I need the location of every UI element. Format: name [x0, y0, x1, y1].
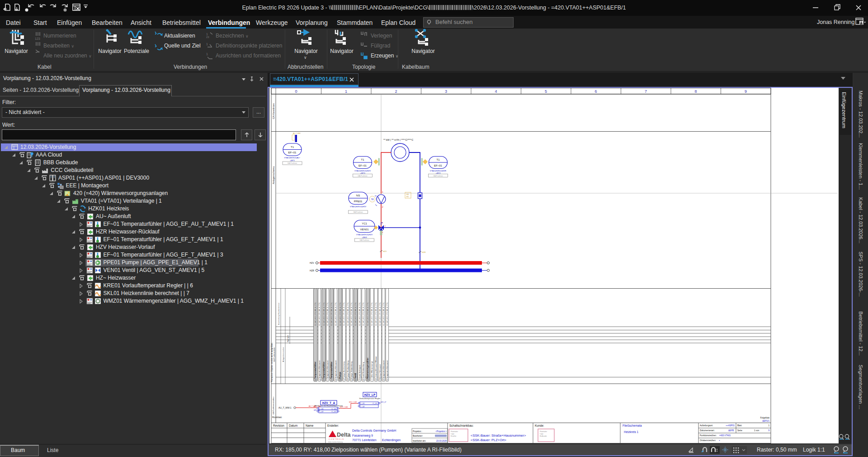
- svg-text:=420.VTA01: =420.VTA01: [719, 434, 731, 437]
- svg-text:23: 23: [206, 36, 209, 38]
- svg-text:9: 9: [745, 89, 747, 94]
- svg-text:5: 5: [545, 89, 547, 94]
- svg-text:BS: BS: [406, 196, 409, 198]
- svg-text:Aufteilungsort:: Aufteilungsort:: [700, 424, 713, 427]
- svg-text:2: 2: [382, 206, 383, 208]
- svg-text:++ASP01: ++ASP01: [726, 424, 735, 427]
- svg-text:HZ_BAC_AGG_GFR_MW_AI_CTRL: HZ_BAC_AGG_GFR_MW_AI_CTRL: [315, 302, 316, 326]
- svg-text:GA-Funktion: GA-Funktion: [359, 239, 369, 241]
- svg-text:Temperatur Messwert: Temperatur Messwert: [318, 360, 321, 379]
- svg-text:1: 1: [206, 33, 208, 36]
- svg-text:2: 2: [395, 89, 397, 94]
- svg-text:1: 1: [382, 222, 383, 224]
- svg-text:&EFB: &EFB: [728, 429, 734, 432]
- svg-text:7: 7: [645, 89, 647, 94]
- svg-text:Ventil: Ventil: [354, 373, 357, 379]
- svg-text:CONTROLS: CONTROLS: [329, 438, 344, 440]
- svg-text:Menge Messwert: Menge Messwert: [379, 364, 381, 379]
- svg-text:O_01: O_01: [373, 402, 377, 405]
- svg-text:Name: Name: [306, 424, 314, 427]
- svg-text:HZR: HZR: [310, 270, 314, 272]
- svg-text:Revision: Revision: [273, 424, 284, 427]
- svg-text:18: 18: [375, 379, 377, 381]
- svg-text:Pumpe: Pumpe: [339, 371, 341, 379]
- svg-text:HZ_BAC_AGG_GFR_MW_AI_CTRL: HZ_BAC_AGG_GFR_MW_AI_CTRL: [367, 302, 369, 326]
- svg-text:Platzhalter: Platzhalter: [540, 431, 547, 433]
- svg-text:23.03.2026: 23.03.2026: [436, 440, 447, 442]
- svg-text:EF~01: EF~01: [359, 164, 367, 167]
- svg-text:HZR: HZR: [422, 251, 426, 253]
- svg-text:Leistung Messwert Wärme: Leistung Messwert Wärme: [375, 356, 377, 379]
- svg-text:26: 26: [379, 379, 381, 381]
- svg-text:9: 9: [331, 379, 332, 381]
- svg-text:HZ_BAC_AGG_GFR_MW_AI_CTRL: HZ_BAC_AGG_GFR_MW_AI_CTRL: [347, 302, 349, 326]
- svg-text:HZ_BAC_AGG_GFR_MW_AI_CTRL: HZ_BAC_AGG_GFR_MW_AI_CTRL: [343, 302, 345, 326]
- svg-text:bearbeitet am:: bearbeitet am:: [413, 440, 426, 442]
- svg-text:46: 46: [347, 379, 349, 381]
- svg-text:4: 4: [495, 89, 497, 94]
- svg-text:6: 6: [594, 89, 597, 94]
- svg-text:VTA01|HZK01|HZV: VTA01|HZK01|HZV: [356, 233, 373, 236]
- svg-text:** kW | ** m³/h | ***°C/***°C: ** kW | ** m³/h | ***°C/***°C: [383, 138, 413, 141]
- svg-text:HZ_BAC_AGG_GFR_MW_AI_CTRL: HZ_BAC_AGG_GFR_MW_AI_CTRL: [371, 302, 373, 326]
- svg-text:Ventil Stellsignal: Ventil Stellsignal: [359, 365, 361, 379]
- svg-text:<Projektnr.>: <Projektnr.>: [435, 430, 447, 433]
- svg-text:HZ_BAC_AGG_GFR_MW_AI_CTRL: HZ_BAC_AGG_GFR_MW_AI_CTRL: [387, 302, 388, 326]
- svg-text:GA-Funktion: GA-Funktion: [353, 211, 363, 213]
- svg-text:Aggregate: Aggregate: [287, 335, 289, 342]
- svg-text:I_01: I_01: [361, 402, 365, 405]
- svg-text:Temperaturfühler: Temperaturfühler: [314, 362, 316, 379]
- svg-text:Beschreibung Raumfunktionen: Beschreibung Raumfunktionen: [278, 303, 280, 325]
- svg-text:GA-Funktion: GA-Funktion: [288, 162, 297, 164]
- svg-text:AU_T_MW: AU_T_MW: [314, 406, 321, 408]
- svg-text:+: +: [719, 439, 720, 442]
- svg-text:VTA01|HZK01|HZV: VTA01|HZK01|HZV: [354, 170, 371, 172]
- svg-text:Ersteller: Ersteller: [451, 435, 457, 437]
- svg-text:80: 80: [363, 379, 364, 381]
- svg-text:GA Funktionsliste: GA Funktionsliste: [273, 347, 275, 362]
- svg-text:Delta: Delta: [337, 432, 351, 438]
- svg-text:AU_T_MW:1: AU_T_MW:1: [278, 406, 292, 409]
- svg-text:Projektnr.:: Projektnr.:: [413, 430, 422, 433]
- svg-text:Delta Controls Germany: Delta Controls Germany: [328, 441, 343, 443]
- svg-text:71: 71: [359, 379, 360, 381]
- svg-text:HZV_LP: HZV_LP: [364, 393, 376, 396]
- svg-text:Seite:: Seite:: [737, 429, 743, 432]
- svg-text:HZ_BAC_AGG_GFR_MW_AI_CTRL: HZ_BAC_AGG_GFR_MW_AI_CTRL: [319, 302, 321, 326]
- svg-text:NS: NS: [356, 194, 360, 197]
- svg-text:HZ_BAC_AGG_GFR_MW_AI_CTRL: HZ_BAC_AGG_GFR_MW_AI_CTRL: [335, 302, 337, 326]
- svg-text:<SSK-Bauer: PLZ+Ort>: <SSK-Bauer: PLZ+Ort>: [471, 438, 507, 442]
- svg-text:SPR_RM: SPR_RM: [314, 409, 320, 411]
- svg-text:VTA01|HZK01|HZV: VTA01|HZK01|HZV: [350, 205, 366, 208]
- svg-text:HZV_T_SW: HZV_T_SW: [340, 406, 348, 408]
- svg-text:43: 43: [386, 379, 388, 381]
- svg-text:Platzhalter: Platzhalter: [451, 431, 458, 433]
- svg-text:EF~01: EF~01: [434, 164, 443, 167]
- svg-text:PPE01: PPE01: [354, 200, 363, 203]
- svg-text:GA-Funktion: GA-Funktion: [358, 175, 367, 177]
- svg-text:T1: T1: [436, 158, 440, 161]
- svg-text:O_02: O_02: [331, 410, 336, 413]
- svg-text:Kunde:: Kunde:: [535, 424, 544, 427]
- svg-text:Dokumentenart:: Dokumentenart:: [700, 429, 715, 432]
- svg-text:S1: S1: [371, 198, 374, 200]
- svg-text:HZV_T_SW: HZV_T_SW: [349, 401, 357, 403]
- svg-text:HZ_BAC_AGG_GFR_MW_AI_CTRL: HZ_BAC_AGG_GFR_MW_AI_CTRL: [379, 302, 381, 326]
- svg-text:Echterdingen: Echterdingen: [382, 438, 401, 442]
- svg-text:8: 8: [694, 89, 697, 94]
- svg-text:1: 1: [768, 424, 769, 427]
- svg-text:Datum: Datum: [289, 424, 297, 427]
- svg-text:Pumpe Rückmeldung: Pumpe Rückmeldung: [347, 360, 349, 379]
- svg-text:T1: T1: [361, 158, 364, 161]
- svg-text:HZ_BAC_AGG_GFR_MW_AI_CTRL: HZ_BAC_AGG_GFR_MW_AI_CTRL: [375, 302, 377, 326]
- svg-text:HZV: HZV: [310, 262, 314, 264]
- svg-text:Anlagenschema: Anlagenschema: [272, 166, 275, 184]
- svg-text:VTA01|HZK01|AU~: VTA01|HZK01|AU~: [284, 157, 301, 159]
- svg-text:HZ_BAC_AGG_GFR_MW_AI_CTRL: HZ_BAC_AGG_GFR_MW_AI_CTRL: [383, 302, 385, 326]
- svg-text:73: 73: [319, 379, 321, 381]
- svg-text:Temperatur Messwert: Temperatur Messwert: [382, 360, 385, 379]
- svg-text:GA Funktionsstruktur: GA Funktionsstruktur: [272, 396, 274, 414]
- svg-text:I_02: I_02: [361, 405, 365, 408]
- svg-text:Temperatur Messwert: Temperatur Messwert: [326, 360, 329, 379]
- svg-text:70771 Leinfelden: 70771 Leinfelden: [352, 438, 377, 442]
